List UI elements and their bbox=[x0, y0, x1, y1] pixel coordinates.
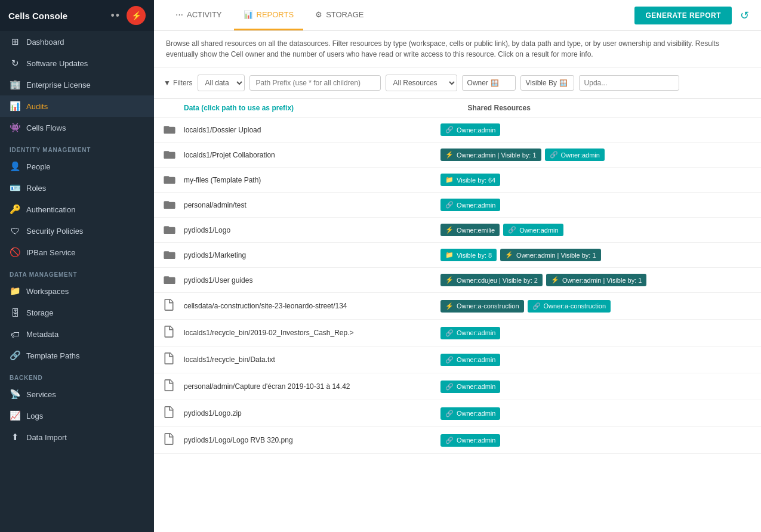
row-path[interactable]: pydiods1/Logo/Logo RVB 320.png bbox=[184, 436, 440, 444]
row-path[interactable]: localds1/recycle_bin/Data.txt bbox=[184, 355, 440, 364]
main-content: ⋯ ACTIVITY 📊 REPORTS ⚙ STORAGE GENERATE … bbox=[154, 0, 761, 532]
row-path[interactable]: pydiods1/Logo.zip bbox=[184, 409, 440, 417]
ipban-service-icon: 🚫 bbox=[10, 247, 20, 258]
sidebar-section-label: Identity Management bbox=[0, 138, 154, 156]
badge-text: Owner:cdujeu | Visible by: 2 bbox=[457, 277, 538, 284]
resource-badge[interactable]: 🔗Owner:admin bbox=[440, 199, 500, 211]
row-path[interactable]: localds1/Dossier Upload bbox=[184, 126, 440, 134]
sidebar-nav: ⊞ Dashboard ↻ Software Updates 🏢 Enterpr… bbox=[0, 31, 154, 448]
refresh-button[interactable]: ↺ bbox=[740, 9, 749, 22]
sidebar-item-template-paths[interactable]: 🔗 Template Paths bbox=[0, 345, 154, 366]
sidebar-item-services[interactable]: 📡 Services bbox=[0, 383, 154, 405]
resource-badge[interactable]: 🔗Owner:admin bbox=[440, 434, 500, 447]
resource-badge[interactable]: ⚡Owner:admin | Visible by: 1 bbox=[440, 149, 541, 161]
storage-tab-icon: ⚙ bbox=[315, 10, 322, 19]
sidebar-item-data-import[interactable]: ⬆ Data Import bbox=[0, 426, 154, 448]
resource-badge[interactable]: ⚡Owner:cdujeu | Visible by: 2 bbox=[440, 274, 543, 286]
sidebar-item-enterprise-license[interactable]: 🏢 Enterprise License bbox=[0, 74, 154, 95]
folder-icon bbox=[164, 124, 178, 136]
path-prefix-input[interactable] bbox=[249, 75, 381, 91]
badge-icon: 🔗 bbox=[445, 356, 454, 364]
row-path[interactable]: my-files (Template Path) bbox=[184, 176, 440, 184]
folder-icon bbox=[164, 174, 178, 186]
sidebar-item-cells-flows[interactable]: 👾 Cells Flows bbox=[0, 117, 154, 138]
sidebar-item-label: Services bbox=[26, 390, 56, 399]
resource-badge[interactable]: 🔗Owner:admin bbox=[503, 224, 563, 236]
sidebar-item-storage[interactable]: 🗄 Storage bbox=[0, 302, 154, 323]
tab-activity[interactable]: ⋯ ACTIVITY bbox=[166, 0, 232, 30]
file-icon bbox=[164, 406, 178, 420]
table-row: localds1/Projet Collaboration ⚡Owner:adm… bbox=[154, 143, 761, 168]
row-resources: 📁Visible by: 8⚡Owner:admin | Visible by:… bbox=[440, 249, 751, 261]
badge-text: Owner:admin bbox=[457, 410, 495, 417]
badge-text: Owner:admin | Visible by: 1 bbox=[562, 277, 642, 284]
badge-text: Owner:admin bbox=[561, 151, 600, 159]
table-header: Data (click path to use as prefix) Share… bbox=[154, 99, 761, 117]
resource-badge[interactable]: 🔗Owner:admin bbox=[545, 149, 605, 161]
sidebar-item-label: Audits bbox=[26, 102, 48, 111]
sidebar-item-logs[interactable]: 📈 Logs bbox=[0, 405, 154, 426]
update-filter-input[interactable] bbox=[579, 75, 679, 91]
sidebar-item-workspaces[interactable]: 📁 Workspaces bbox=[0, 280, 154, 302]
sidebar-item-audits[interactable]: 📊 Audits bbox=[0, 95, 154, 117]
owner-filter[interactable]: Owner 🪟 bbox=[462, 75, 516, 91]
all-resources-select[interactable]: All Resources bbox=[386, 75, 457, 91]
resource-badge[interactable]: 🔗Owner:admin bbox=[440, 327, 500, 339]
row-path[interactable]: personal/admin/test bbox=[184, 201, 440, 209]
resource-badge[interactable]: 🔗Owner:admin bbox=[440, 354, 500, 366]
row-path[interactable]: personal/admin/Capture d'écran 2019-10-3… bbox=[184, 382, 440, 391]
tab-storage[interactable]: ⚙ STORAGE bbox=[306, 0, 373, 30]
table-row: pydiods1/Logo.zip 🔗Owner:admin bbox=[154, 400, 761, 427]
storage-tab-label: STORAGE bbox=[326, 10, 363, 19]
sidebar-item-label: Metadata bbox=[26, 330, 58, 339]
sidebar-item-ipban-service[interactable]: 🚫 IPBan Service bbox=[0, 242, 154, 263]
sidebar-item-people[interactable]: 👤 People bbox=[0, 156, 154, 177]
metadata-icon: 🏷 bbox=[10, 329, 20, 339]
resource-badge[interactable]: 📁Visible by: 64 bbox=[440, 174, 500, 186]
table-row: localds1/recycle_bin/2019-02_Investors_C… bbox=[154, 320, 761, 347]
row-resources: 📁Visible by: 64 bbox=[440, 174, 751, 186]
badge-icon: 📁 bbox=[445, 251, 454, 259]
authentication-icon: 🔑 bbox=[10, 204, 20, 215]
badge-icon: 🔗 bbox=[508, 226, 516, 234]
sidebar-item-label: Logs bbox=[26, 412, 43, 420]
row-path[interactable]: localds1/Projet Collaboration bbox=[184, 151, 440, 159]
resource-badge[interactable]: ⚡Owner:a-construction bbox=[440, 300, 524, 313]
sidebar-section-label: Backend bbox=[0, 366, 154, 383]
sidebar-item-security-policies[interactable]: 🛡 Security Policies bbox=[0, 220, 154, 242]
row-path[interactable]: pydiods1/User guides bbox=[184, 276, 440, 284]
row-resources: ⚡Owner:a-construction🔗Owner:a-constructi… bbox=[440, 300, 751, 313]
resource-badge[interactable]: 🔗Owner:a-construction bbox=[528, 300, 611, 313]
badge-icon: 🔗 bbox=[550, 151, 558, 159]
resource-badge[interactable]: 🔗Owner:admin bbox=[440, 407, 500, 420]
resource-badge[interactable]: ⚡Owner:admin | Visible by: 1 bbox=[500, 249, 601, 261]
resource-badge[interactable]: 📁Visible by: 8 bbox=[440, 249, 497, 261]
file-icon bbox=[164, 352, 178, 367]
badge-icon: 🔗 bbox=[445, 329, 454, 337]
sidebar-item-software-updates[interactable]: ↻ Software Updates bbox=[0, 52, 154, 74]
sidebar-item-authentication[interactable]: 🔑 Authentication bbox=[0, 199, 154, 220]
table-row: cellsdata/a-construction/site-23-leonard… bbox=[154, 293, 761, 320]
row-path[interactable]: pydiods1/Marketing bbox=[184, 251, 440, 259]
sidebar-item-metadata[interactable]: 🏷 Metadata bbox=[0, 323, 154, 345]
row-path[interactable]: localds1/recycle_bin/2019-02_Investors_C… bbox=[184, 329, 440, 337]
tab-reports[interactable]: 📊 REPORTS bbox=[234, 0, 304, 30]
row-path[interactable]: cellsdata/a-construction/site-23-leonard… bbox=[184, 302, 440, 310]
table-container: Data (click path to use as prefix) Share… bbox=[154, 99, 761, 532]
generate-report-button[interactable]: GENERATE REPORT bbox=[634, 7, 732, 24]
people-icon: 👤 bbox=[10, 161, 20, 172]
sidebar-item-dashboard[interactable]: ⊞ Dashboard bbox=[0, 31, 154, 52]
resource-badge[interactable]: 🔗Owner:admin bbox=[440, 123, 500, 136]
sidebar-dots: •• bbox=[110, 10, 121, 22]
visible-by-filter[interactable]: Visible By 🪟 bbox=[520, 75, 574, 91]
resource-badge[interactable]: ⚡Owner:emilie bbox=[440, 224, 500, 236]
workspaces-icon: 📁 bbox=[10, 286, 20, 296]
all-data-select[interactable]: All data bbox=[198, 75, 245, 91]
badge-icon: ⚡ bbox=[445, 151, 454, 159]
badge-icon: 🔗 bbox=[532, 302, 541, 310]
row-resources: 🔗Owner:admin bbox=[440, 123, 751, 136]
resource-badge[interactable]: ⚡Owner:admin | Visible by: 1 bbox=[546, 274, 647, 286]
row-path[interactable]: pydiods1/Logo bbox=[184, 226, 440, 234]
sidebar-item-roles[interactable]: 🪪 Roles bbox=[0, 177, 154, 199]
resource-badge[interactable]: 🔗Owner:admin bbox=[440, 381, 500, 393]
